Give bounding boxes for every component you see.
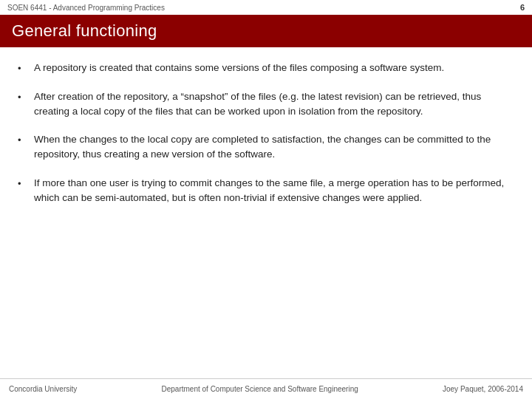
list-item: •When the changes to the local copy are … [18,132,514,163]
list-item: •A repository is created that contains s… [18,61,514,76]
list-item: •After creation of the repository, a “sn… [18,89,514,120]
slide-number: 6 [520,3,525,12]
bullet-dot: • [18,61,30,76]
list-item: •If more than one user is trying to comm… [18,176,514,206]
bullet-text: After creation of the repository, a “sna… [34,89,514,120]
course-title: SOEN 6441 - Advanced Programming Practic… [7,4,165,12]
bullet-text: When the changes to the local copy are c… [34,132,514,163]
footer-center: Department of Computer Science and Softw… [162,385,358,393]
content-area: •A repository is created that contains s… [0,47,532,226]
slide-title: General functioning [12,21,157,41]
top-bar: SOEN 6441 - Advanced Programming Practic… [0,0,532,15]
bullet-dot: • [18,177,30,191]
bullet-list: •A repository is created that contains s… [18,61,514,205]
header-bar: General functioning [0,15,532,47]
bullet-text: If more than one user is trying to commi… [34,176,514,206]
footer: Concordia University Department of Compu… [0,378,532,399]
bullet-dot: • [18,133,30,148]
bullet-dot: • [18,90,30,105]
footer-left: Concordia University [9,385,77,393]
footer-right: Joey Paquet, 2006-2014 [443,385,523,393]
bullet-text: A repository is created that contains so… [34,61,514,75]
